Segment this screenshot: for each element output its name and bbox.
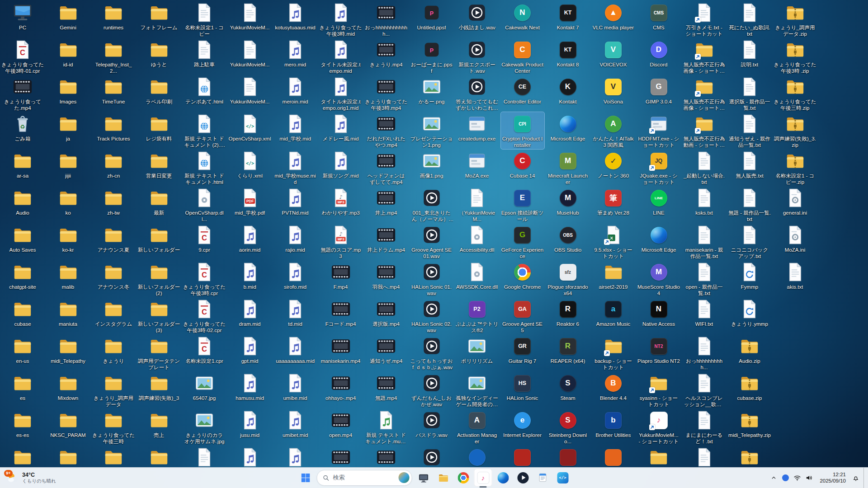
- desktop-icon[interactable]: きょうり.ymmp: [728, 297, 771, 328]
- desktop-icon[interactable]: MMuseScore Studio 4: [637, 260, 680, 297]
- desktop-icon[interactable]: PC: [1, 1, 44, 32]
- desktop-icon[interactable]: 路上駐車: [183, 38, 226, 69]
- desktop-icon[interactable]: ko: [47, 186, 90, 217]
- desktop-icon[interactable]: b.mid: [228, 260, 272, 291]
- desktop-icon[interactable]: EEpson 接続診断ツール: [501, 186, 544, 223]
- desktop-icon[interactable]: CEController Editor: [501, 75, 544, 106]
- desktop-icon[interactable]: gpt.mid: [228, 334, 272, 365]
- desktop-icon[interactable]: [410, 446, 453, 470]
- desktop-icon[interactable]: GGeForce Experience: [501, 223, 544, 260]
- desktop-icon[interactable]: 調声用データテンプレート: [137, 334, 181, 371]
- desktop-icon[interactable]: タイトル未設定.tempo.orig1.mid: [319, 75, 363, 112]
- desktop-icon[interactable]: [455, 446, 499, 470]
- desktop-icon[interactable]: 新規 テキスト ドキュメント (2).html: [183, 112, 226, 149]
- desktop-icon[interactable]: AWSSDK.Core.dll: [455, 260, 499, 291]
- desktop-icon[interactable]: syasinn - ショートカット: [637, 371, 680, 408]
- desktop-icon[interactable]: （YukkuriMovieM...: [455, 186, 499, 223]
- desktop-icon[interactable]: cubase.zip: [728, 371, 771, 402]
- taskbar-app-media-player[interactable]: [514, 469, 532, 487]
- desktop-icon[interactable]: きょうり_調声用データ.zip: [774, 1, 817, 38]
- desktop-icon[interactable]: Mixdown: [47, 371, 90, 402]
- desktop-icon[interactable]: [592, 446, 635, 470]
- desktop-icon[interactable]: mid_学校.mid: [274, 112, 317, 143]
- desktop-icon[interactable]: PDFmid_学校.pdf: [228, 186, 272, 217]
- notification-bell-icon[interactable]: [850, 470, 861, 486]
- desktop-icon[interactable]: mero.mid: [274, 38, 317, 69]
- desktop-icon[interactable]: Telepathy_Inst_2...: [92, 38, 135, 75]
- taskbar-app-virtual-desktop[interactable]: [415, 469, 433, 487]
- desktop-icon[interactable]: ヘッドフォンはずしてて.mp4: [364, 149, 408, 186]
- desktop-icon[interactable]: chatgpt-site: [1, 260, 44, 291]
- desktop-icon[interactable]: Audio: [1, 186, 44, 217]
- desktop-icon[interactable]: フォトフレーム: [137, 1, 181, 32]
- desktop-icon[interactable]: きょうり食ってた午後三時.zip: [774, 75, 817, 112]
- desktop-icon[interactable]: だれだFXいれたやつ.mp4: [364, 112, 408, 149]
- desktop-icon[interactable]: </>OpenCvSharp.xml: [228, 112, 272, 143]
- desktop-icon[interactable]: open.mp4: [319, 408, 363, 439]
- desktop-icon[interactable]: NCakewalk Next: [501, 1, 544, 32]
- desktop-icon[interactable]: backup - ショートカット: [592, 334, 635, 371]
- desktop-icon[interactable]: きょうり食ってた午後3時.mp4: [364, 75, 408, 112]
- desktop-icon[interactable]: NKSC_PARAM: [47, 408, 90, 439]
- desktop-icon[interactable]: TimeTune: [92, 75, 135, 106]
- desktop-icon[interactable]: </>くらり.xml: [228, 149, 272, 180]
- taskbar-app-notepad[interactable]: [534, 469, 552, 487]
- desktop-icon[interactable]: aAmazon Music: [592, 297, 635, 328]
- desktop-icon[interactable]: eInternet Explorer: [501, 408, 544, 439]
- desktop-icon[interactable]: ♪MP3無題のスコア.mp3: [319, 223, 363, 260]
- desktop-icon[interactable]: ♪MP3わかりやす.mp3: [319, 186, 363, 217]
- desktop-icon[interactable]: LINELINE: [637, 186, 680, 217]
- desktop-icon[interactable]: プレゼンテーション1.png: [410, 112, 453, 149]
- desktop-icon[interactable]: kotusytuaaus.mid: [274, 1, 317, 32]
- desktop-icon[interactable]: [546, 446, 590, 470]
- desktop-icon[interactable]: VVoiSona: [592, 75, 635, 106]
- taskbar-app-chrome[interactable]: [454, 469, 472, 487]
- desktop-icon[interactable]: P2ぷよぷよ™テトリス®2: [455, 297, 499, 334]
- desktop-icon[interactable]: sfzPlogue sforzando x64: [546, 260, 590, 297]
- desktop-icon[interactable]: きょうりのカラオケ用サムネ.jpg: [183, 408, 226, 446]
- desktop-icon[interactable]: タイトル未設定.tempo.mid: [319, 38, 363, 75]
- desktop-icon[interactable]: Accessibility.dll: [455, 223, 499, 254]
- desktop-icon[interactable]: open - 親作品一覧.txt: [683, 260, 726, 297]
- desktop-icon[interactable]: NNative Access: [637, 297, 680, 328]
- desktop-icon[interactable]: [92, 446, 135, 470]
- desktop-icon[interactable]: [683, 446, 726, 470]
- desktop-icon[interactable]: C名称未設定1.cpr: [183, 334, 226, 365]
- desktop-icon[interactable]: こってもｈっすおｆｄｓｂぶぁ.wav: [410, 334, 453, 371]
- desktop-icon[interactable]: ♪YukkuriMovieM... - ショートカット: [637, 408, 680, 446]
- desktop-icon[interactable]: AActivation Manager: [455, 408, 499, 446]
- taskbar-app-music-app[interactable]: ♪: [474, 469, 492, 487]
- desktop-icon[interactable]: ▲VLC media player: [592, 1, 635, 32]
- desktop-icon[interactable]: 無題.mp4: [364, 371, 408, 402]
- desktop-icon[interactable]: 無人販売不正行為画像 - ショートカッ...: [683, 38, 726, 75]
- desktop-icon[interactable]: MMuseHub: [546, 186, 590, 217]
- desktop-icon[interactable]: 万引きメモ.txt - ショートカット: [683, 1, 726, 38]
- desktop-icon[interactable]: Pおーばーまに.ppsf: [410, 38, 453, 75]
- taskbar-app-edge[interactable]: [494, 469, 512, 487]
- desktop-icon[interactable]: 羽我へ.mp4: [364, 260, 408, 291]
- desktop-icon[interactable]: [47, 446, 90, 470]
- desktop-icon[interactable]: 井上ドラム.mp4: [364, 223, 408, 254]
- desktop-icon[interactable]: 新しいフォルダー: [137, 223, 181, 254]
- desktop-icon[interactable]: 無題 - 親作品一覧.txt: [728, 186, 771, 223]
- desktop-icon[interactable]: 新規ソング.mid: [319, 149, 363, 180]
- desktop-icon[interactable]: general.ini: [774, 186, 817, 217]
- desktop-icon[interactable]: meroin.mid: [274, 75, 317, 106]
- desktop-icon[interactable]: YukkuriMovieM...: [228, 38, 272, 69]
- desktop-icon[interactable]: jusu.mid: [228, 408, 272, 439]
- desktop-icon[interactable]: ja: [47, 112, 90, 143]
- desktop-icon[interactable]: [728, 446, 771, 470]
- weather-widget[interactable]: 9+ 34°C くもりのち晴れ: [3, 469, 60, 487]
- desktop-icon[interactable]: Microsoft Edge: [637, 223, 680, 254]
- search-box[interactable]: 検索: [317, 470, 412, 486]
- desktop-icon[interactable]: es: [1, 371, 44, 402]
- desktop-icon[interactable]: 新しいフォルダー (2): [137, 260, 181, 297]
- desktop-icon[interactable]: createdump.exe: [455, 112, 499, 143]
- taskbar-app-code[interactable]: </>: [554, 469, 572, 487]
- desktop-icon[interactable]: [364, 446, 408, 470]
- desktop-icon[interactable]: dram.mid: [228, 297, 272, 328]
- desktop-icon[interactable]: Aかんたん！AITalk 3 関西風: [592, 112, 635, 149]
- desktop-icon[interactable]: かるー.png: [410, 75, 453, 106]
- desktop-icon[interactable]: 小銭詰まし.wav: [455, 1, 499, 32]
- desktop-icon[interactable]: F.mp4: [319, 260, 363, 291]
